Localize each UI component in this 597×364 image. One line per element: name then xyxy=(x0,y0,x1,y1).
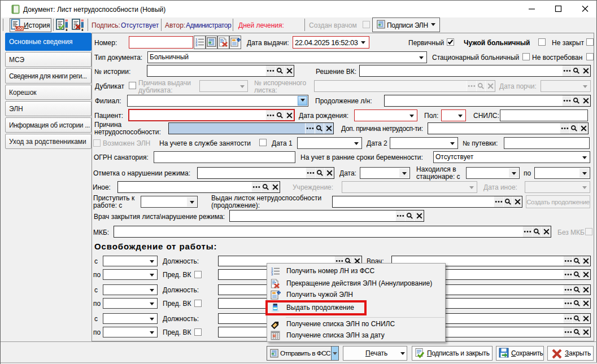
svg-text:3: 3 xyxy=(195,43,198,47)
svg-text:LOG: LOG xyxy=(15,27,24,30)
svg-text:3: 3 xyxy=(271,273,273,276)
